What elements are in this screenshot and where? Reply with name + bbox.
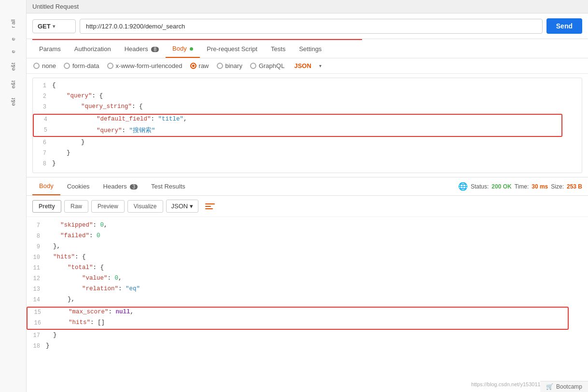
resp-line-10: 10 "hits": {: [27, 253, 588, 263]
option-none[interactable]: none: [33, 62, 56, 69]
radio-form-data[interactable]: [64, 63, 70, 69]
tab-settings[interactable]: Settings: [292, 41, 328, 57]
bootcamp-label: Bootcamp: [556, 383, 582, 390]
response-format-dropdown[interactable]: JSON ▾: [166, 200, 199, 213]
resp-headers-badge: 3: [130, 184, 138, 189]
option-form-data[interactable]: form-data: [64, 62, 99, 69]
resp-tab-cookies[interactable]: Cookies: [60, 178, 97, 195]
response-section: Body Cookies Headers 3 Test Results 🌐 St…: [27, 177, 588, 392]
tab-headers[interactable]: Headers 8: [118, 41, 166, 57]
option-raw[interactable]: raw: [190, 62, 209, 69]
resp-line-18: 18 }: [27, 341, 588, 352]
format-pretty-btn[interactable]: Pretty: [32, 200, 61, 213]
headers-badge: 8: [151, 47, 159, 52]
resp-tab-body[interactable]: Body: [32, 177, 60, 195]
req-line-2: 2 "query": {: [33, 92, 582, 102]
format-dropdown-arrow-icon[interactable]: ▾: [319, 63, 322, 68]
req-line-3: 3 "query_string": {: [33, 102, 582, 113]
wrap-lines-toggle[interactable]: [201, 201, 219, 212]
resp-line-13: 13 "relation": "eq": [27, 284, 588, 295]
sidebar-label-5[interactable]: e&t: [10, 81, 16, 89]
globe-icon: 🌐: [458, 182, 468, 191]
method-label: GET: [38, 23, 51, 30]
send-button[interactable]: Send: [546, 18, 582, 34]
option-urlencoded[interactable]: x-www-form-urlencoded: [107, 62, 182, 69]
format-preview-btn[interactable]: Preview: [91, 200, 125, 213]
method-select[interactable]: GET ▾: [32, 19, 76, 33]
tab-authorization[interactable]: Authorization: [68, 41, 118, 57]
json-format-label: JSON: [294, 62, 311, 69]
radio-raw[interactable]: [190, 63, 196, 69]
resp-line-12: 12 "value": 0,: [27, 274, 588, 284]
req-line-6: 6 }: [33, 138, 582, 149]
tab-body[interactable]: Body: [166, 40, 200, 58]
format-raw-btn[interactable]: Raw: [64, 200, 88, 213]
request-highlight-box: 4 "default_field": "title", 5 "query": "…: [33, 114, 562, 137]
resp-tab-headers[interactable]: Headers 3: [97, 178, 144, 195]
body-options-row: none form-data x-www-form-urlencoded raw…: [27, 58, 588, 74]
resp-line-14: 14 },: [27, 295, 588, 306]
request-tabs-row: Params Authorization Headers 8 Body Pre-…: [27, 40, 588, 58]
sidebar-label-2[interactable]: e: [10, 38, 16, 41]
status-value: 200 OK: [491, 183, 511, 190]
response-code-area[interactable]: 7 "skipped": 0, 8 "failed": 0 9 }, 10: [27, 217, 588, 392]
req-line-7: 7 }: [33, 149, 582, 159]
body-active-dot: [190, 47, 193, 51]
resp-line-17: 17 }: [27, 331, 588, 341]
response-code-editor: 7 "skipped": 0, 8 "failed": 0 9 }, 10: [27, 219, 588, 354]
req-line-1: 1 {: [33, 81, 582, 92]
time-value: 30 ms: [532, 183, 548, 190]
sidebar-label-1[interactable]: r all: [10, 19, 16, 28]
resp-line-7: 7 "skipped": 0,: [27, 221, 588, 231]
wrap-lines-icon: [205, 203, 215, 209]
top-bar: Untitled Request: [27, 0, 588, 14]
radio-none[interactable]: [33, 63, 40, 69]
sidebar-label-6[interactable]: e&t: [10, 98, 16, 106]
tab-pre-request[interactable]: Pre-request Script: [200, 41, 264, 57]
response-tabs-row: Body Cookies Headers 3 Test Results 🌐 St…: [27, 177, 588, 196]
resp-line-11: 11 "total": {: [27, 263, 588, 274]
option-binary[interactable]: binary: [217, 62, 242, 69]
size-value: 253 B: [567, 183, 582, 190]
url-input[interactable]: [80, 19, 543, 34]
resp-line-9: 9 },: [27, 242, 588, 253]
request-title: Untitled Request: [32, 3, 79, 10]
option-graphql[interactable]: GraphQL: [250, 62, 284, 69]
left-sidebar: r all e e e&t e&t e&t: [0, 0, 27, 392]
radio-binary[interactable]: [217, 63, 223, 69]
req-line-8: 8 }: [33, 159, 582, 170]
sidebar-label-3[interactable]: e: [10, 50, 16, 53]
response-format-bar: Pretty Raw Preview Visualize JSON ▾: [27, 196, 588, 217]
format-dropdown-chevron-icon: ▾: [190, 203, 193, 210]
req-line-4: 4 "default_field": "title",: [34, 115, 561, 125]
bootcamp-icon: 🛒: [546, 383, 553, 390]
radio-graphql[interactable]: [250, 63, 256, 69]
url-bar: GET ▾ Send: [27, 14, 588, 39]
bootcamp-bar: 🛒 Bootcamp: [540, 381, 588, 392]
watermark: https://blog.csdn.net/y153011425: [471, 381, 549, 387]
chevron-down-icon: ▾: [53, 24, 55, 29]
format-visualize-btn[interactable]: Visualize: [127, 200, 163, 213]
sidebar-label-4[interactable]: e&t: [10, 63, 16, 71]
resp-line-16: 16 "hits": []: [28, 318, 568, 329]
response-highlight-box: 15 "max_score": null, 16 "hits": []: [27, 307, 569, 330]
req-line-5: 5 "query": "搜钢索": [34, 125, 561, 136]
radio-urlencoded[interactable]: [107, 63, 113, 69]
request-code-editor[interactable]: 1 { 2 "query": { 3 "query_string": { 4 "…: [32, 78, 582, 173]
response-status-bar: 🌐 Status: 200 OK Time: 30 ms Size: 253 B: [458, 182, 582, 191]
resp-line-8: 8 "failed": 0: [27, 231, 588, 242]
response-format-type-label: JSON: [171, 203, 188, 210]
tab-params[interactable]: Params: [32, 41, 68, 57]
resp-line-15: 15 "max_score": null,: [28, 308, 568, 318]
resp-tab-test-results[interactable]: Test Results: [144, 178, 192, 195]
tab-tests[interactable]: Tests: [264, 41, 292, 57]
